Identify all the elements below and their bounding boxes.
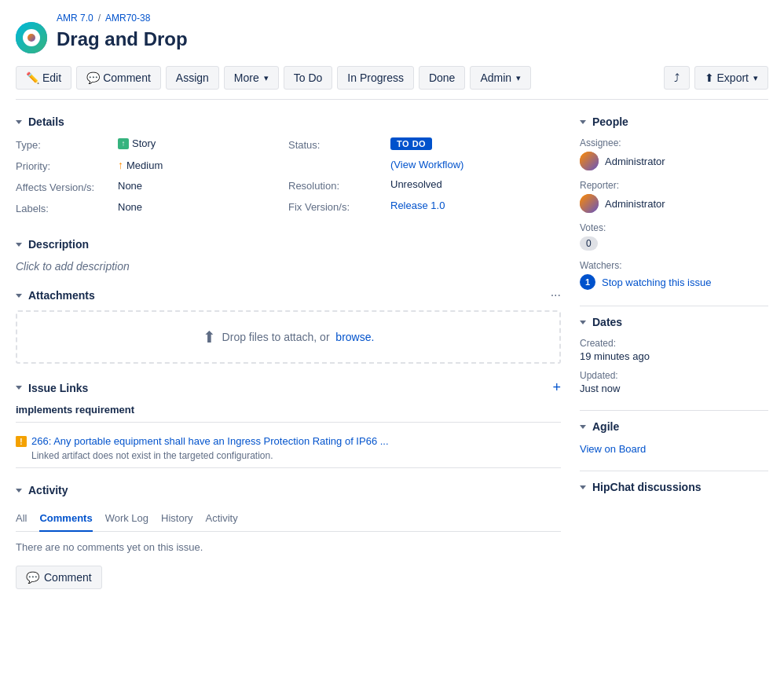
details-section-header[interactable]: Details [16,115,561,128]
agile-title: Agile [592,420,619,433]
view-workflow-row: (View Workflow) [288,159,561,170]
tab-activity[interactable]: Activity [206,506,238,532]
agile-section: Agile View on Board [580,420,768,455]
activity-section-header[interactable]: Activity [16,484,561,496]
votes-count: 0 [580,236,598,251]
linked-issue-link[interactable]: 266: Any portable equipment shall have a… [31,435,389,447]
assignee-name[interactable]: Administrator [605,156,665,167]
tab-comments[interactable]: Comments [39,506,92,532]
description-section: Description Click to add description [16,238,561,273]
votes-row: 0 [580,236,768,251]
admin-button[interactable]: Admin ▾ [470,66,531,90]
description-title: Description [28,238,89,251]
done-button[interactable]: Done [419,66,465,90]
details-right-col: Status: TO DO (View Workflow) [288,137,561,222]
assignee-label: Assignee: [580,137,768,148]
fix-version-link[interactable]: Release 1.0 [390,200,445,211]
tab-history[interactable]: History [161,506,192,532]
reporter-avatar [580,194,599,213]
tab-all[interactable]: All [16,506,27,532]
resolution-value: Unresolved [390,178,442,190]
hipchat-chevron-icon [580,485,586,489]
todo-button[interactable]: To Do [284,66,333,90]
browse-link[interactable]: browse. [335,331,374,343]
priority-label: Priority: [16,159,118,172]
attachments-title[interactable]: Attachments [16,289,95,302]
status-badge: TO DO [390,137,432,150]
comment-action-button[interactable]: 💬 Comment [16,566,102,589]
story-icon [118,138,129,149]
attachments-more-button[interactable]: ··· [551,288,561,302]
breadcrumb: AMR 7.0 / AMR70-38 [57,13,188,24]
labels-value: None [118,201,142,213]
fix-version-label: Fix Version/s: [288,200,390,213]
main-content: Details Type: Story Priority: [16,115,768,605]
toolbar: ✏️ Edit 💬 Comment Assign More ▾ To Do In… [16,66,768,100]
implements-label: implements requirement [16,404,561,423]
people-section-header[interactable]: People [580,115,768,128]
details-title: Details [28,115,64,128]
priority-row: Priority: ↑ Medium [16,159,288,172]
created-label: Created: [580,338,768,349]
status-value: TO DO [390,137,432,150]
inprogress-button[interactable]: In Progress [337,66,414,90]
more-dropdown-arrow: ▾ [264,73,269,83]
watchers-label: Watchers: [580,260,768,271]
description-section-header[interactable]: Description [16,238,561,251]
export-dropdown-arrow: ▾ [753,73,758,83]
dates-section: Dates Created: 19 minutes ago Updated: J… [580,316,768,394]
more-button[interactable]: More ▾ [224,66,279,90]
add-link-button[interactable]: + [552,379,561,396]
reporter-name[interactable]: Administrator [605,198,665,210]
comment-icon: 💬 [86,71,100,84]
details-section: Details Type: Story Priority: [16,115,561,222]
export-button[interactable]: ⬆ Export ▾ [694,66,768,90]
issue-link[interactable]: AMR70-38 [105,13,150,24]
assignee-row: Administrator [580,152,768,170]
comment-button[interactable]: 💬 Comment [76,66,161,90]
page-title: Drag and Drop [57,28,188,50]
fix-version-value: Release 1.0 [390,200,445,211]
assign-button[interactable]: Assign [166,66,219,90]
description-placeholder[interactable]: Click to add description [16,260,561,273]
activity-chevron-icon [16,489,22,493]
affects-label: Affects Version/s: [16,180,118,193]
export-icon: ⬆ [705,71,714,84]
priority-value: ↑ Medium [118,159,163,171]
edit-button[interactable]: ✏️ Edit [16,66,71,90]
updated-value: Just now [580,383,768,394]
fix-version-row: Fix Version/s: Release 1.0 [288,200,561,213]
project-link[interactable]: AMR 7.0 [57,13,93,24]
tab-worklog[interactable]: Work Log [105,506,148,532]
dates-section-header[interactable]: Dates [580,316,768,328]
view-on-board-link[interactable]: View on Board [580,443,646,455]
labels-label: Labels: [16,201,118,214]
left-panel: Details Type: Story Priority: [16,115,561,605]
dates-chevron-icon [580,321,586,324]
activity-section: Activity All Comments Work Log History A… [16,484,561,589]
stop-watching-link[interactable]: Stop watching this issue [602,277,711,288]
people-chevron-icon [580,120,586,124]
share-button[interactable]: ⤴ [664,66,690,90]
divider-1 [580,306,768,306]
divider-2 [580,410,768,411]
attachments-header: Attachments ··· [16,288,561,302]
created-value: 19 minutes ago [580,350,768,362]
admin-dropdown-arrow: ▾ [516,73,521,83]
description-chevron-icon [16,243,22,247]
view-workflow-link[interactable]: (View Workflow) [390,159,463,170]
people-title: People [592,115,628,128]
resolution-row: Resolution: Unresolved [288,178,561,192]
agile-section-header[interactable]: Agile [580,420,768,433]
details-left-col: Type: Story Priority: ↑ Medium [16,137,288,222]
votes-label: Votes: [580,222,768,233]
attachments-section: Attachments ··· ⬆ Drop files to attach, … [16,288,561,364]
status-label: Status: [288,137,390,151]
issue-links-title[interactable]: Issue Links [16,382,88,394]
details-grid: Type: Story Priority: ↑ Medium [16,137,561,222]
linked-issue: ! 266: Any portable equipment shall have… [16,429,561,468]
drop-zone[interactable]: ⬆ Drop files to attach, or browse. [16,310,561,364]
hipchat-section-header[interactable]: HipChat discussions [580,481,768,493]
breadcrumb-separator: / [98,13,101,24]
attachments-chevron-icon [16,294,22,298]
